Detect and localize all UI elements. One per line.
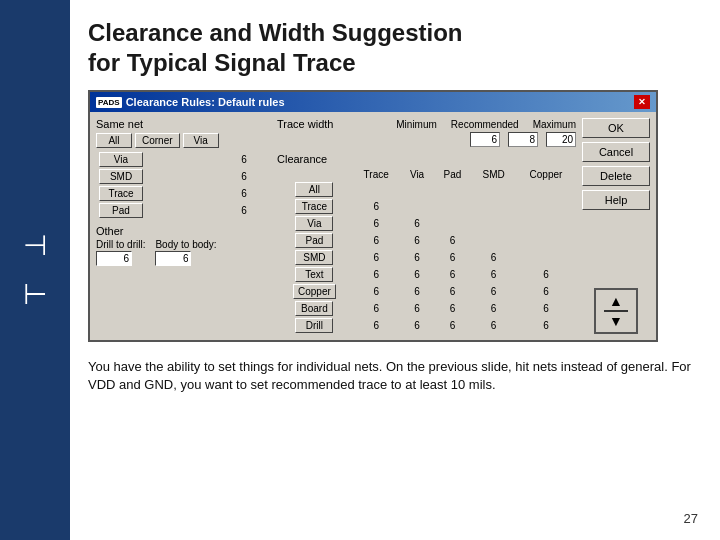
clearance-col-copper: Copper xyxy=(516,168,576,181)
table-cell: 6 xyxy=(401,232,434,249)
rec-input[interactable] xyxy=(508,132,538,147)
table-cell: 6 xyxy=(433,300,471,317)
table-cell: 6 xyxy=(401,317,434,334)
same-net-label: Same net xyxy=(96,118,271,130)
table-cell xyxy=(401,181,434,198)
drill-input[interactable] xyxy=(96,251,132,266)
table-row: Via 6 xyxy=(96,151,271,168)
table-row: Pad 6 xyxy=(96,202,271,219)
max-col-header: Maximum xyxy=(533,119,576,130)
drill-row: Drill to drill: Body to body: xyxy=(96,239,271,266)
rec-col-header: Recommended xyxy=(451,119,519,130)
dialog-close-button[interactable]: ✕ xyxy=(634,95,650,109)
drill-row-btn[interactable]: Drill xyxy=(295,318,333,333)
table-cell: 6 xyxy=(433,283,471,300)
table-cell xyxy=(471,181,516,198)
table-cell xyxy=(516,215,576,232)
drill-col: Drill to drill: xyxy=(96,239,145,266)
clearance-col-smd: SMD xyxy=(471,168,516,181)
text-row-btn[interactable]: Text xyxy=(295,267,333,282)
table-cell: 6 xyxy=(352,198,401,215)
table-row: Copper 6 6 6 6 6 xyxy=(277,283,576,300)
delete-button[interactable]: Delete xyxy=(582,166,650,186)
table-cell: 6 xyxy=(516,266,576,283)
via-row-btn[interactable]: Via xyxy=(295,216,333,231)
right-arrow-icon: ⊢ xyxy=(23,278,47,311)
trace-width-label: Trace width xyxy=(277,118,333,130)
smd-row-btn[interactable]: SMD xyxy=(295,250,333,265)
min-col-header: Minimum xyxy=(396,119,437,130)
max-input[interactable] xyxy=(546,132,576,147)
same-net-panel: Same net All Corner Via Via 6 SMD 6 xyxy=(96,118,271,334)
table-cell: 6 xyxy=(401,283,434,300)
table-row: SMD 6 xyxy=(96,168,271,185)
dialog-body: Same net All Corner Via Via 6 SMD 6 xyxy=(90,112,656,340)
dialog-window: PADS Clearance Rules: Default rules ✕ Sa… xyxy=(88,90,658,342)
table-cell: 6 xyxy=(433,232,471,249)
table-cell: 6 xyxy=(433,266,471,283)
pads-logo: PADS xyxy=(96,97,122,108)
drill-label: Drill to drill: xyxy=(96,239,145,250)
pad-net-btn[interactable]: Pad xyxy=(99,203,143,218)
table-cell xyxy=(433,181,471,198)
table-cell: 6 xyxy=(471,249,516,266)
clearance-label: Clearance xyxy=(277,153,576,165)
table-cell: 6 xyxy=(471,317,516,334)
all-button[interactable]: All xyxy=(96,133,132,148)
table-cell: 6 xyxy=(433,317,471,334)
table-cell: 6 xyxy=(352,232,401,249)
table-cell: 6 xyxy=(401,300,434,317)
cancel-button[interactable]: Cancel xyxy=(582,142,650,162)
table-cell: 6 xyxy=(516,317,576,334)
min-input[interactable] xyxy=(470,132,500,147)
all-row-btn[interactable]: All xyxy=(295,182,333,197)
table-row: All xyxy=(277,181,576,198)
table-row: Trace 6 xyxy=(96,185,271,202)
table-cell: 6 xyxy=(401,215,434,232)
dialog-title-text: Clearance Rules: Default rules xyxy=(126,96,285,108)
table-row: Trace 6 xyxy=(277,198,576,215)
resize-line xyxy=(604,310,628,312)
resize-down-icon: ▼ xyxy=(609,314,623,328)
ok-button[interactable]: OK xyxy=(582,118,650,138)
bottom-text: You have the ability to set things for i… xyxy=(88,358,698,394)
table-cell xyxy=(401,198,434,215)
trace-net-btn[interactable]: Trace xyxy=(99,186,143,201)
table-cell xyxy=(516,181,576,198)
dialog-title-area: PADS Clearance Rules: Default rules xyxy=(96,96,285,108)
table-row: Text 6 6 6 6 6 xyxy=(277,266,576,283)
trace-width-section: Trace width Minimum Recommended Maximum xyxy=(277,118,576,147)
trace-row-btn[interactable]: Trace xyxy=(295,199,333,214)
table-row: SMD 6 6 6 6 xyxy=(277,249,576,266)
help-button[interactable]: Help xyxy=(582,190,650,210)
sidebar: ⊣ ⊢ xyxy=(0,0,70,540)
board-row-btn[interactable]: Board xyxy=(295,301,333,316)
table-cell xyxy=(352,181,401,198)
dialog-titlebar: PADS Clearance Rules: Default rules ✕ xyxy=(90,92,656,112)
table-cell: 6 xyxy=(352,266,401,283)
copper-row-btn[interactable]: Copper xyxy=(293,284,336,299)
table-row: Via 6 6 xyxy=(277,215,576,232)
clearance-header-row: Trace Via Pad SMD Copper xyxy=(277,168,576,181)
table-cell: 6 xyxy=(352,215,401,232)
table-cell xyxy=(433,198,471,215)
clearance-col-pad: Pad xyxy=(433,168,471,181)
body-input[interactable] xyxy=(155,251,191,266)
table-cell xyxy=(433,215,471,232)
table-cell: 6 xyxy=(516,283,576,300)
table-cell: 6 xyxy=(471,283,516,300)
body-col: Body to body: xyxy=(155,239,216,266)
pad-row-btn[interactable]: Pad xyxy=(295,233,333,248)
resize-up-icon: ▲ xyxy=(609,294,623,308)
page-title: Clearance and Width Suggestion for Typic… xyxy=(88,18,698,78)
table-cell: 6 xyxy=(401,249,434,266)
smd-net-btn[interactable]: SMD xyxy=(99,169,143,184)
corner-button[interactable]: Corner xyxy=(135,133,180,148)
left-arrow-icon: ⊣ xyxy=(23,229,47,262)
pad-val: 6 xyxy=(238,202,271,219)
clearance-section: Clearance Trace Via Pad SMD Copper xyxy=(277,153,576,334)
via-button-samenet[interactable]: Via xyxy=(183,133,219,148)
table-cell: 6 xyxy=(401,266,434,283)
same-net-table: Via 6 SMD 6 Trace 6 Pad 6 xyxy=(96,151,271,219)
via-net-btn[interactable]: Via xyxy=(99,152,143,167)
